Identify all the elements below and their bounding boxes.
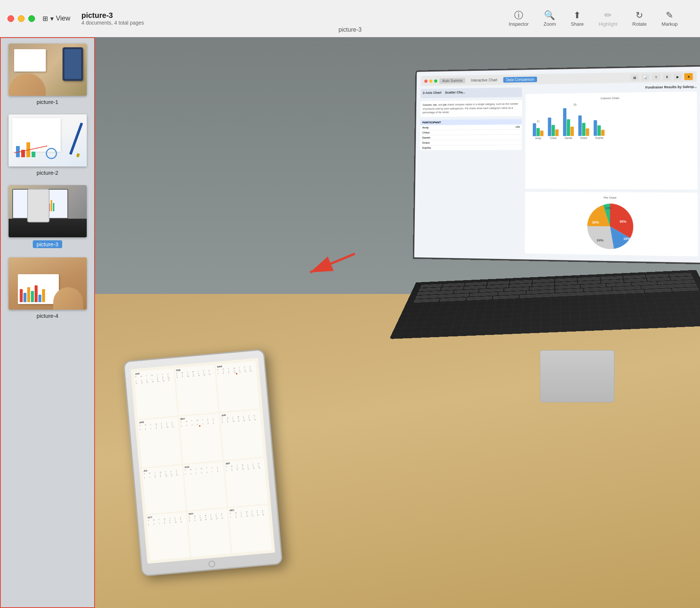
laptop-trackpad <box>540 350 614 402</box>
laptop-screen-content: Auto Summs Interactive Chart Data Compar… <box>414 67 700 263</box>
cal-may: MAY SMTWTFS 12 3456789 <box>179 414 223 464</box>
bar-grace-blue <box>578 115 582 136</box>
screen-tab-2: Interactive Chart <box>468 77 500 83</box>
file-title: picture-3 <box>82 11 144 20</box>
thumbnail-picture-4 <box>9 257 87 310</box>
inspector-button[interactable]: ⓘ Inspector <box>509 10 528 26</box>
pie-chart-svg: 30% 16% 24% 20% 13% <box>585 202 635 251</box>
file-info: picture-3 4 documents, 4 total pages <box>82 11 144 26</box>
bar-group-grace-bars <box>578 115 589 136</box>
bar-daniel-orange <box>570 127 574 136</box>
screen-left-panel: 2-Axis Chart Scatter Cha... Column, bar,… <box>419 88 522 253</box>
participant-name-daniel: Daniel <box>422 136 430 139</box>
pie-chart-title: Pie Chart <box>529 196 694 200</box>
sidebar-item-picture-3[interactable]: picture-3 <box>4 185 90 248</box>
screen-icon-table: ▤ <box>631 74 639 81</box>
main-image: JAN SMTWTFS 123 45678910 11121314151617 … <box>95 37 700 608</box>
preview-area: JAN SMTWTFS 123 45678910 11121314151617 … <box>95 37 700 608</box>
participant-name-andy: Andy <box>422 126 429 129</box>
highlight-button[interactable]: ✏ Highlight <box>599 10 618 26</box>
bar-group-andy: 11 Andy <box>533 120 544 140</box>
bar-grace-orange <box>586 129 589 136</box>
bar-label-daniel: Daniel <box>565 137 572 139</box>
column-chart-container: Column Chart 21 11 <box>525 92 698 190</box>
bar-group-andy-bars <box>533 123 544 136</box>
laptop-area: Auto Summs Interactive Chart Data Compar… <box>395 67 700 320</box>
participant-col-un: UN <box>515 125 519 129</box>
cal-sep: SEP SMTWTFS 123456 78910111213 <box>224 458 268 507</box>
bar-andy-green <box>537 128 540 136</box>
cal-mar: MAR SMTWTFS 123456 78910111213 <box>216 361 260 412</box>
close-button[interactable] <box>7 15 14 22</box>
sidebar-item-picture-1[interactable]: picture-1 <box>4 44 90 105</box>
toolbar-actions: ⓘ Inspector 🔍 Zoom ⬆ Share ✏ Highlight ↻… <box>509 10 678 26</box>
screen-content: 2-Axis Chart Scatter Cha... Column, bar,… <box>419 85 698 257</box>
pie-label-30: 30% <box>620 219 627 224</box>
bar-group-grace: Grace <box>578 115 589 139</box>
zoom-button[interactable]: 🔍 Zoom <box>544 10 556 26</box>
sidebar-item-picture-4[interactable]: picture-4 <box>4 257 90 319</box>
view-label: View <box>56 15 70 22</box>
chart-type-selector: 2-Axis Chart Scatter Cha... <box>421 88 522 98</box>
screen-dot-yellow <box>429 79 433 83</box>
fundraiser-title: Fundraiser Results by Salesp... <box>526 85 697 91</box>
column-chart-title: Column Chart <box>529 95 693 101</box>
cal-apr: APR SMTWTFS 1234 567891011 <box>138 417 181 467</box>
bar-group-daniel: Daniel <box>563 107 574 139</box>
laptop-screen: Auto Summs Interactive Chart Data Compar… <box>413 65 700 265</box>
rotate-button[interactable]: ↻ Rotate <box>632 10 646 26</box>
bar-label-andy: Andy <box>535 137 541 139</box>
fullscreen-button[interactable] <box>28 15 35 22</box>
chevron-down-icon: ▾ <box>50 15 54 23</box>
bar-chloe-orange <box>555 129 559 136</box>
table-row-grace: Grace <box>420 140 522 145</box>
rotate-label: Rotate <box>632 21 646 26</box>
bar-andy-blue <box>533 123 536 136</box>
view-control[interactable]: ⊞ ▾ View <box>42 15 70 23</box>
zoom-in-icon: 🔍 <box>544 10 555 19</box>
bar-andy-orange <box>540 130 544 136</box>
thumbnail-picture-1 <box>9 44 87 96</box>
pie-label-20: 20% <box>592 221 599 225</box>
share-icon: ⬆ <box>573 10 581 19</box>
sidebar-item-picture-2[interactable]: picture-2 <box>4 114 90 176</box>
rotate-icon: ↻ <box>636 10 643 19</box>
screen-dots <box>424 79 438 83</box>
pie-label-24: 24% <box>597 238 604 242</box>
ipad-home-button[interactable] <box>208 560 216 568</box>
sidebar: picture-1 <box>0 37 95 608</box>
table-row-daniel: Daniel <box>420 134 522 140</box>
grid-icon: ⊞ <box>42 15 48 23</box>
column-chart-bars: 11 Andy <box>529 105 693 140</box>
share-button[interactable]: ⬆ Share <box>571 10 584 26</box>
screen-dot-green <box>434 79 438 83</box>
bar-daniel-blue <box>563 108 566 136</box>
ipad-calendar: JAN SMTWTFS 123 45678910 11121314151617 … <box>130 358 275 564</box>
share-label: Share <box>571 21 584 26</box>
file-subtitle: 4 documents, 4 total pages <box>82 20 144 26</box>
cal-jan: JAN SMTWTFS 123 45678910 11121314151617 <box>134 368 177 419</box>
cal-jun: JUN SMTWTFS 1234567 891011121314 <box>220 410 264 460</box>
screen-media-controls: ▤ 📊 T ⬆ ▶ ★ <box>631 73 693 81</box>
screen-tabs: Auto Summs Interactive Chart Data Compar… <box>439 75 628 83</box>
red-arrow-annotation <box>288 246 362 285</box>
bar-chloe-blue <box>548 118 551 136</box>
bar-sophia-green <box>598 125 601 136</box>
participant-name-sophia: Sophia <box>422 146 431 149</box>
bar-sophia-orange <box>601 130 605 136</box>
cal-nov: NOV SMTWTFS 1234567 891011121314 <box>187 508 231 557</box>
cal-jul: JUL SMTWTFS 12345 6789101112 <box>142 465 186 514</box>
bar-group-sophia: Sophia <box>594 119 605 139</box>
thumbnail-picture-2 <box>9 114 87 167</box>
screen-tab-3: Data Comparison <box>503 76 537 82</box>
highlight-label: Highlight <box>599 21 618 26</box>
cal-aug: AUG SMTWTFS 1 2345678 <box>183 462 227 510</box>
ipad-device: JAN SMTWTFS 123 45678910 11121314151617 … <box>123 349 283 577</box>
screen-icon-text: T <box>652 74 661 80</box>
participant-name-grace: Grace <box>422 141 430 144</box>
sidebar-label-picture-4: picture-4 <box>36 313 58 319</box>
bar-group-chloe-bars <box>548 117 559 136</box>
markup-button[interactable]: ✎ Markup <box>662 10 678 26</box>
chart-description: Column, bar, and pie charts compare valu… <box>420 100 522 117</box>
minimize-button[interactable] <box>18 15 25 22</box>
